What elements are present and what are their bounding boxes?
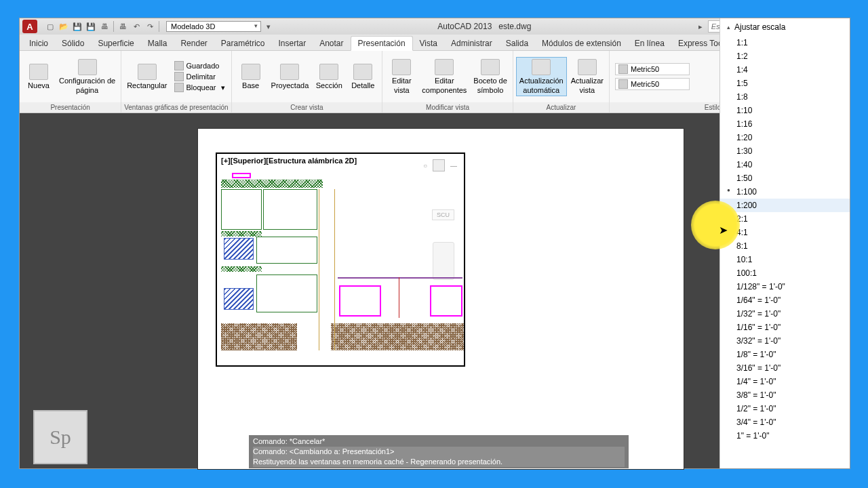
bloquear-button[interactable]: Bloquear ▾ (174, 83, 225, 92)
doc-name: este.dwg (498, 22, 531, 31)
scale-item[interactable]: 1/32" = 1'-0" (720, 307, 850, 321)
scale-item[interactable]: 1:40 (720, 158, 850, 171)
tab-paramétrico[interactable]: Paramétrico (214, 37, 272, 50)
print-icon[interactable]: 🖶 (117, 20, 129, 33)
scale-item[interactable]: 1/8" = 1'-0" (720, 348, 850, 361)
saveas-icon[interactable]: 💾 (85, 20, 97, 33)
actualizacion-automatica-button[interactable]: Actualizaciónautomática (516, 57, 567, 96)
cmd-line: Comando: *Cancelar* (253, 436, 625, 447)
boceto-simbolo-button[interactable]: Boceto desímbolo (471, 58, 510, 96)
new-icon[interactable]: ▢ (44, 20, 56, 33)
scale-header[interactable]: Ajustar escala (720, 18, 850, 36)
scale-item[interactable]: 1/4" = 1'-0" (720, 375, 850, 388)
guardado-button[interactable]: Guardado (174, 61, 225, 70)
viewport-label: [+][Superior][Estructura alámbrica 2D] (221, 157, 357, 165)
panel-ventanas: Rectangular Guardado Delimitar Bloquear … (121, 51, 231, 113)
cmd-line: Comando: <Cambiando a: Presentación1> (253, 447, 395, 455)
proyectada-button[interactable]: Proyectada (269, 62, 312, 91)
scale-item[interactable]: 1:2 (720, 49, 850, 63)
actualizar-vista-button[interactable]: Actualizarvista (568, 58, 606, 96)
tab-render[interactable]: Render (174, 37, 214, 50)
scale-item[interactable]: 1:16 (720, 117, 850, 131)
scale-panel: Ajustar escala 1:11:21:41:51:81:101:161:… (719, 18, 850, 468)
save-icon[interactable]: 💾 (71, 20, 83, 33)
scale-item[interactable]: 1:20 (720, 131, 850, 144)
base-button[interactable]: Base (235, 62, 267, 91)
panel-title: Ventanas gráficas de presentación (121, 102, 231, 113)
bloquear-icon (174, 83, 184, 92)
app-logo[interactable]: A (22, 20, 37, 33)
tab-insertar[interactable]: Insertar (271, 37, 313, 50)
scale-item[interactable]: 1:200 (720, 199, 850, 212)
title-arrow-icon[interactable]: ▸ (694, 20, 707, 33)
plot-icon[interactable]: 🖶 (98, 20, 111, 33)
rectangular-button[interactable]: Rectangular (124, 62, 170, 91)
scale-item[interactable]: 1:1 (720, 36, 850, 49)
watermark-sp: Sp (33, 410, 87, 464)
scale-item[interactable]: 8:1 (720, 239, 850, 253)
scale-item[interactable]: 1:50 (720, 171, 850, 185)
scale-item[interactable]: 1:100 (720, 185, 850, 199)
paper-space[interactable]: [+][Superior][Estructura alámbrica 2D] ○… (197, 128, 684, 470)
scale-item[interactable]: 3/16" = 1'-0" (720, 361, 850, 375)
panel-title: Crear vista (232, 102, 382, 113)
tab-anotar[interactable]: Anotar (313, 37, 350, 50)
workspace-dropdown[interactable]: Modelado 3D (166, 21, 261, 32)
title-bar: AutoCAD 2013 este.dwg (276, 22, 693, 31)
scale-item[interactable]: 1/16" = 1'-0" (720, 321, 850, 334)
tab-sólido[interactable]: Sólido (55, 37, 91, 50)
detalle-button[interactable]: Detalle (347, 62, 379, 91)
tab-salida[interactable]: Salida (499, 37, 535, 50)
scale-item[interactable]: 1:5 (720, 77, 850, 90)
scale-item[interactable]: 1/128" = 1'-0" (720, 280, 850, 293)
editar-vista-button[interactable]: Editarvista (385, 58, 418, 96)
tab-malla[interactable]: Malla (141, 37, 174, 50)
cmd-line: Restituyendo las ventanas en memoria cac… (253, 458, 502, 466)
panel-title: Actualizar (513, 102, 609, 113)
tab-administrar[interactable]: Administrar (444, 37, 499, 50)
tab-vista[interactable]: Vista (413, 37, 444, 50)
scale-item[interactable]: 3/4" = 1'-0" (720, 415, 850, 429)
scale-item[interactable]: 10:1 (720, 253, 850, 266)
scale-item[interactable]: 100:1 (720, 266, 850, 280)
scale-item[interactable]: 1:30 (720, 144, 850, 158)
scale-item[interactable]: 1:8 (720, 90, 850, 104)
style-row-2[interactable]: Metric50 (615, 78, 690, 90)
undo-icon[interactable]: ↶ (130, 20, 142, 33)
viewcube-opts-icon[interactable]: — (450, 162, 457, 169)
command-line[interactable]: Comando: *Cancelar* Comando: <Cambiando … (249, 435, 629, 468)
viewport[interactable]: [+][Superior][Estructura alámbrica 2D] ○… (216, 152, 465, 367)
tab-inicio[interactable]: Inicio (22, 37, 55, 50)
panel-crear-vista: Base Proyectada Sección Detalle Crear vi… (232, 51, 383, 113)
tab-módulos-de-extensión[interactable]: Módulos de extensión (535, 37, 628, 50)
scale-item[interactable]: 2:1 (720, 212, 850, 226)
tab-superficie[interactable]: Superficie (91, 37, 140, 50)
delimitar-icon (174, 72, 184, 81)
scale-item[interactable]: 1" = 1'-0" (720, 429, 850, 443)
delimitar-button[interactable]: Delimitar (174, 72, 225, 81)
scale-item[interactable]: 1:10 (720, 104, 850, 117)
style-row-1[interactable]: Metric50 (615, 63, 690, 75)
panel-modificar-vista: Editarvista Editarcomponentes Boceto des… (382, 51, 513, 113)
open-icon[interactable]: 📂 (58, 20, 70, 33)
style-icon (618, 64, 628, 74)
editar-componentes-button[interactable]: Editarcomponentes (419, 58, 469, 96)
tab-presentación[interactable]: Presentación (351, 36, 413, 51)
scale-item[interactable]: 4:1 (720, 226, 850, 239)
scale-item[interactable]: 1:4 (720, 63, 850, 77)
panel-title: Presentación (20, 102, 121, 113)
seccion-button[interactable]: Sección (313, 62, 345, 91)
nueva-button[interactable]: Nueva (22, 62, 55, 91)
guardado-icon (174, 61, 184, 70)
drawing-content (218, 169, 462, 364)
viewcube-min-icon[interactable]: ○ (423, 162, 427, 169)
config-pagina-button[interactable]: Configuración depágina (56, 58, 118, 96)
panel-presentacion: Nueva Configuración depágina Presentació… (20, 51, 121, 113)
workspace-opts-icon[interactable]: ▾ (262, 20, 275, 33)
tab-en-línea[interactable]: En línea (628, 37, 671, 50)
scale-item[interactable]: 1/64" = 1'-0" (720, 293, 850, 307)
scale-item[interactable]: 3/32" = 1'-0" (720, 334, 850, 348)
scale-item[interactable]: 1/2" = 1'-0" (720, 402, 850, 415)
redo-icon[interactable]: ↷ (144, 20, 156, 33)
scale-item[interactable]: 3/8" = 1'-0" (720, 388, 850, 402)
